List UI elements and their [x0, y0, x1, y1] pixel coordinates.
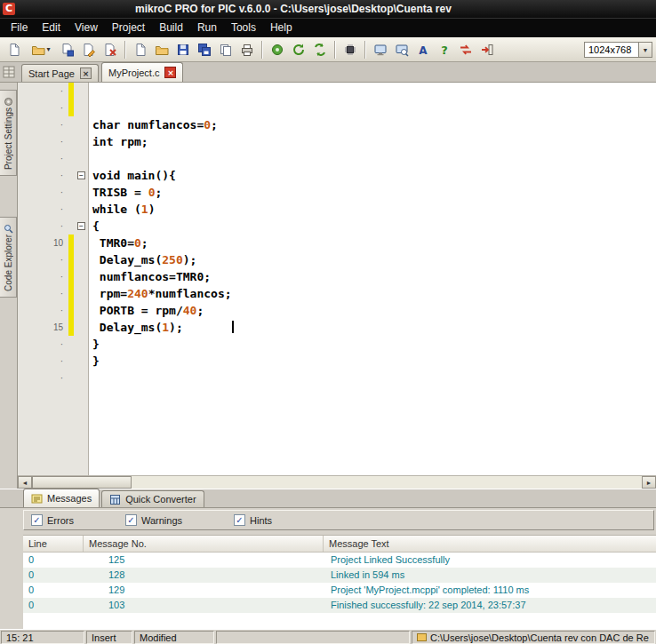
help-button[interactable]: ? — [434, 39, 455, 60]
menu-tools[interactable]: Tools — [224, 19, 263, 37]
menu-project[interactable]: Project — [105, 19, 152, 37]
hints-checkbox[interactable]: ✓ — [234, 514, 245, 526]
editor-line[interactable]: · Delay_ms(250); — [18, 251, 656, 268]
message-no-cell: 103 — [84, 598, 324, 613]
scroll-right-button[interactable]: ► — [642, 476, 656, 489]
modified-column — [68, 336, 76, 353]
print-button[interactable] — [236, 39, 258, 60]
tab-start-page[interactable]: Start Page × — [21, 64, 99, 82]
resolution-dropdown-button[interactable]: ▼ — [639, 42, 652, 58]
editor-line[interactable]: · — [18, 370, 656, 386]
scrollbar-track[interactable] — [32, 476, 642, 489]
compile-button[interactable] — [267, 39, 288, 60]
message-line-cell: 0 — [23, 553, 84, 568]
open-file-button[interactable] — [151, 39, 172, 60]
editor-line[interactable]: ·} — [18, 336, 656, 353]
message-row[interactable]: 0128Linked in 594 ms — [23, 568, 656, 583]
page-edit-icon — [82, 43, 96, 57]
message-row[interactable]: 0125Project Linked Successfully — [23, 553, 656, 568]
editor-line[interactable]: · PORTB = rpm/40; — [18, 302, 656, 319]
line-number: · — [18, 268, 68, 285]
rebuild-all-button[interactable] — [288, 39, 309, 60]
status-bar: 15: 21 Insert Modified C:\Users\jose\Des… — [0, 629, 656, 644]
editor-line[interactable]: ·char numflancos=0; — [18, 116, 656, 133]
dock-tab-label: Code Explorer — [4, 235, 13, 291]
editor-line[interactable]: ·−{ — [18, 218, 656, 235]
horizontal-scrollbar[interactable]: ◄ ► — [18, 475, 656, 489]
folder-icon — [417, 633, 427, 641]
fold-collapse-icon[interactable]: − — [77, 222, 85, 230]
tab-label: Quick Converter — [125, 494, 196, 505]
editor-line[interactable]: 10 TMR0=0; — [18, 235, 656, 251]
line-number: · — [18, 251, 68, 268]
column-header-message-text[interactable]: Message Text — [324, 536, 656, 552]
editor-line[interactable]: ·while (1) — [18, 201, 656, 218]
menu-build[interactable]: Build — [152, 19, 190, 37]
new-project-button[interactable] — [4, 39, 25, 60]
dock-tab-project-settings[interactable]: Project Settings — [0, 90, 17, 176]
editor-font-button[interactable]: A — [412, 39, 434, 60]
filter-hints: ✓ Hints — [234, 514, 272, 526]
new-file-button[interactable] — [130, 39, 151, 60]
warnings-checkbox[interactable]: ✓ — [125, 514, 137, 526]
close-tab-icon[interactable]: × — [164, 67, 176, 78]
quick-converter-icon — [109, 494, 121, 505]
page-save-icon — [60, 43, 75, 57]
gear-green-icon — [270, 43, 284, 57]
editor-line[interactable]: · rpm=240*numflancos; — [18, 285, 656, 302]
editor-line[interactable]: · — [18, 150, 656, 167]
save-file-button[interactable] — [172, 39, 194, 60]
errors-checkbox[interactable]: ✓ — [31, 514, 43, 526]
export-button[interactable] — [476, 39, 498, 60]
title-bar[interactable]: C mikroC PRO for PIC v.6.0.0 - C:\Users\… — [0, 0, 656, 18]
message-row[interactable]: 0103Finished successfully: 22 sep 2014, … — [23, 598, 656, 613]
save-project-button[interactable] — [57, 39, 78, 60]
debugger-button[interactable] — [370, 39, 391, 60]
code-editor[interactable]: ···char numflancos=0;·int rpm;··−void ma… — [18, 83, 656, 475]
editor-line[interactable]: ·} — [18, 353, 656, 370]
edit-project-button[interactable] — [78, 39, 100, 60]
dropdown-arrow-icon[interactable]: ▾ — [46, 45, 50, 53]
modified-column — [68, 251, 76, 268]
editor-line[interactable]: · — [18, 99, 656, 116]
close-tab-icon[interactable]: × — [80, 68, 92, 79]
column-header-message-no[interactable]: Message No. — [84, 536, 324, 552]
editor-line[interactable]: ·TRISB = 0; — [18, 184, 656, 201]
close-project-button[interactable] — [100, 39, 121, 60]
copy-button[interactable] — [215, 39, 236, 60]
scrollbar-thumb[interactable] — [32, 476, 132, 489]
swap-view-button[interactable] — [455, 39, 476, 60]
line-number: · — [18, 184, 68, 201]
gutter-filler — [68, 386, 76, 475]
column-header-line[interactable]: Line — [23, 536, 84, 552]
editor-line[interactable]: ·int rpm; — [18, 133, 656, 150]
resolution-input[interactable] — [584, 42, 639, 58]
open-project-button[interactable]: ▾ — [25, 39, 57, 60]
message-line-cell: 0 — [23, 583, 84, 598]
menu-file[interactable]: File — [4, 19, 35, 37]
menu-edit[interactable]: Edit — [35, 19, 68, 37]
tab-messages[interactable]: Messages — [23, 489, 100, 507]
editor-line[interactable]: · numflancos=TMR0; — [18, 268, 656, 285]
message-row[interactable]: 0129Project 'MyProject.mcppi' completed:… — [23, 583, 656, 598]
scroll-left-button[interactable]: ◄ — [18, 476, 32, 489]
build-all-button[interactable] — [309, 39, 331, 60]
menu-run[interactable]: Run — [190, 19, 224, 37]
project-path-text: C:\Users\jose\Desktop\Cuenta rev con DAC… — [430, 632, 649, 643]
code-line-text: numflancos=TMR0; — [89, 268, 656, 285]
editor-line[interactable]: 15 Delay_ms(1); — [18, 319, 656, 336]
fold-column — [76, 99, 89, 116]
program-button[interactable] — [340, 39, 361, 60]
editor-line[interactable]: · — [18, 83, 656, 99]
save-all-button[interactable] — [194, 39, 215, 60]
tab-myproject-c[interactable]: MyProject.c × — [101, 62, 183, 82]
modified-marker — [68, 235, 74, 251]
fold-collapse-icon[interactable]: − — [77, 171, 85, 179]
modified-column — [68, 116, 76, 133]
watch-window-button[interactable] — [391, 39, 412, 60]
menu-view[interactable]: View — [68, 19, 105, 37]
editor-line[interactable]: ·−void main(){ — [18, 167, 656, 184]
dock-tab-code-explorer[interactable]: Code Explorer — [0, 217, 17, 298]
tab-quick-converter[interactable]: Quick Converter — [101, 490, 204, 507]
menu-help[interactable]: Help — [263, 19, 300, 37]
